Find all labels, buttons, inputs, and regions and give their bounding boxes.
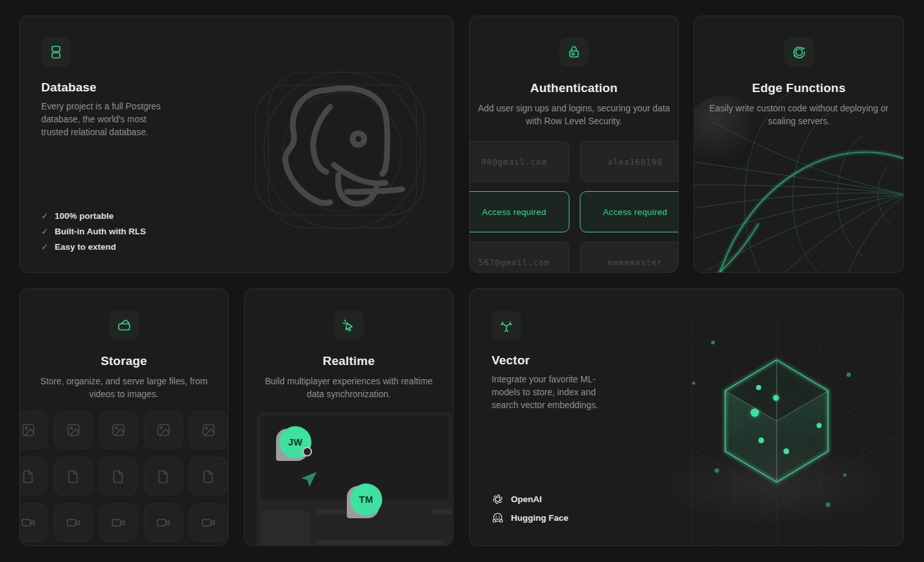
realtime-description: Build multiplayer experiences with realt… xyxy=(262,375,436,401)
storage-tile xyxy=(99,411,138,449)
image-icon xyxy=(201,422,216,438)
storage-tile xyxy=(144,411,183,449)
page-title-edge-functions: Edge Functions xyxy=(694,81,903,95)
feature-item: 100% portable xyxy=(41,208,146,223)
video-icon xyxy=(156,515,171,530)
avatar-initials: TM xyxy=(350,483,382,516)
video-icon xyxy=(21,515,36,530)
storage-tile xyxy=(144,503,183,542)
card-authentication[interactable]: Authentication Add user sign ups and log… xyxy=(469,15,679,273)
auth-access-required-cell: Access required xyxy=(469,191,569,232)
image-icon xyxy=(111,422,126,438)
presence-cursor-dot xyxy=(302,447,312,456)
image-icon xyxy=(21,422,36,438)
database-icon-tile xyxy=(41,37,71,67)
storage-tile xyxy=(189,411,228,449)
storage-tile xyxy=(19,503,48,542)
page-title-storage: Storage xyxy=(20,354,228,368)
card-realtime[interactable]: Realtime Build multiplayer experiences w… xyxy=(244,288,454,546)
lock-icon-tile xyxy=(559,37,589,67)
auth-table-cell-username: mememaster xyxy=(580,241,679,273)
skeleton-bar xyxy=(432,509,452,514)
video-icon xyxy=(201,515,216,530)
green-cursor-icon xyxy=(301,470,318,488)
storage-tile xyxy=(99,503,138,542)
database-feature-list: 100% portable Built-in Auth with RLS Eas… xyxy=(41,208,146,254)
storage-file-grid xyxy=(19,411,228,542)
auth-users-table: 98@gmail.com alex160198 Access required … xyxy=(469,141,679,273)
storage-icon xyxy=(116,317,132,333)
integration-label: Hugging Face xyxy=(511,513,568,523)
storage-tile xyxy=(99,457,138,496)
vector-cube-icon xyxy=(499,318,514,333)
image-icon xyxy=(156,422,171,438)
database-icon xyxy=(48,44,64,60)
storage-tile xyxy=(19,411,48,449)
integration-openai: OpenAI xyxy=(492,490,568,509)
file-icon xyxy=(111,469,126,484)
auth-table-cell-email: 98@gmail.com xyxy=(469,141,569,182)
file-icon xyxy=(201,469,216,484)
vector-integrations-list: OpenAI Hugging Face xyxy=(492,490,568,527)
video-icon xyxy=(66,515,81,530)
realtime-icon-tile xyxy=(334,310,364,340)
authentication-description: Add user sign ups and logins, securing y… xyxy=(474,102,674,128)
database-description: Every project is a full Postgres databas… xyxy=(41,100,170,139)
storage-description: Store, organize, and serve large files, … xyxy=(37,375,211,401)
check-icon xyxy=(41,242,48,252)
check-icon xyxy=(41,227,48,236)
integration-hugging-face: Hugging Face xyxy=(492,509,568,527)
edge-functions-description: Easily write custom code without deployi… xyxy=(703,102,896,128)
card-edge-functions[interactable]: Edge Functions Easily write custom code … xyxy=(694,15,904,273)
presence-avatar: JW xyxy=(279,426,311,458)
realtime-mock-sidebar-block xyxy=(261,510,310,546)
file-icon xyxy=(156,469,171,484)
page-title-vector: Vector xyxy=(492,353,530,368)
cursor-click-icon xyxy=(341,317,356,333)
storage-tile xyxy=(54,457,93,496)
auth-table-cell-email: 567@gmail.com xyxy=(469,241,569,273)
file-icon xyxy=(66,469,81,484)
openai-logo-icon xyxy=(492,493,504,505)
page-title-authentication: Authentication xyxy=(470,81,678,95)
storage-tile xyxy=(54,503,93,542)
integration-label: OpenAI xyxy=(511,494,542,504)
feature-item: Built-in Auth with RLS xyxy=(41,223,146,239)
auth-access-required-cell: Access required xyxy=(580,191,679,232)
storage-tile xyxy=(189,503,228,542)
edge-functions-icon-tile xyxy=(784,37,814,67)
skeleton-bar xyxy=(316,509,347,514)
hugging-face-icon xyxy=(492,512,504,524)
presence-avatar: TM xyxy=(350,483,382,516)
card-vector[interactable]: Vector Integrate your favorite ML-models… xyxy=(469,288,904,546)
check-icon xyxy=(41,211,48,221)
storage-tile xyxy=(144,457,183,496)
skeleton-bar xyxy=(316,540,443,545)
storage-tile xyxy=(189,457,228,496)
page-title-database: Database xyxy=(41,80,97,95)
image-icon xyxy=(66,422,81,438)
lock-icon xyxy=(566,44,582,60)
edge-functions-icon xyxy=(791,44,807,60)
auth-table-cell-username: alex160198 xyxy=(580,141,679,182)
storage-tile xyxy=(54,411,93,449)
file-icon xyxy=(21,469,36,484)
feature-item: Easy to extend xyxy=(41,239,146,254)
postgres-elephant-illustration xyxy=(250,67,440,241)
video-icon xyxy=(111,515,126,530)
vector-icon-tile xyxy=(492,311,521,341)
card-storage[interactable]: Storage Store, organize, and serve large… xyxy=(19,288,228,546)
features-grid-page: Database Every project is a full Postgre… xyxy=(0,0,924,562)
card-database[interactable]: Database Every project is a full Postgre… xyxy=(19,15,454,273)
storage-icon-tile xyxy=(109,310,139,340)
vector-description: Integrate your favorite ML-models to sto… xyxy=(492,373,624,412)
page-title-realtime: Realtime xyxy=(245,354,453,368)
storage-tile xyxy=(19,457,48,496)
